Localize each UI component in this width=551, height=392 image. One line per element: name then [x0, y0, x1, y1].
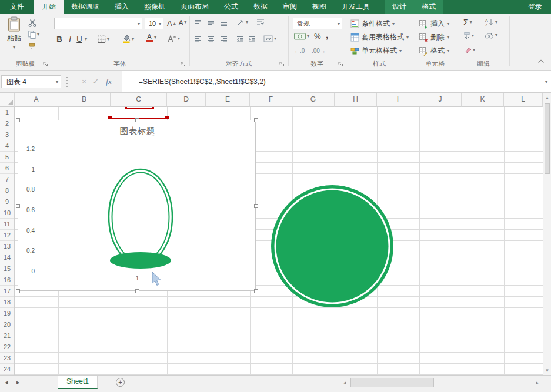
dropdown-icon[interactable]: ▾ [472, 33, 474, 38]
column-header-i[interactable]: I [377, 93, 419, 107]
scroll-up-button[interactable]: ▴ [543, 93, 551, 102]
row-header[interactable]: 8 [0, 185, 14, 196]
dropdown-icon[interactable]: ▾ [495, 20, 497, 25]
underline-button[interactable]: U ▾ [75, 35, 87, 43]
range-indicator-handle[interactable] [125, 107, 127, 109]
vertical-scrollbar[interactable]: ▴ ▾ [543, 93, 551, 375]
select-all-corner[interactable] [0, 93, 15, 107]
conditional-formatting-button[interactable]: 条件格式 ▾ [350, 19, 395, 29]
insert-cells-button[interactable]: 插入 ▾ [419, 19, 449, 29]
dropdown-icon[interactable]: ▾ [154, 35, 156, 40]
merge-center-button[interactable]: ▾ [263, 35, 276, 42]
scroll-down-button[interactable]: ▾ [543, 366, 551, 374]
column-header-d[interactable]: D [167, 93, 206, 107]
align-left-button[interactable] [194, 36, 202, 42]
row-header[interactable]: 19 [0, 308, 14, 319]
formula-input[interactable]: =SERIES(Sheet1!$C$2,,Sheet1!$C$3,2) [122, 71, 551, 92]
dialog-launcher-icon[interactable] [42, 61, 49, 68]
autosum-button[interactable]: Σ ▾ [463, 18, 472, 27]
tab-chart-design[interactable]: 设计 [385, 0, 414, 14]
tab-page-layout[interactable]: 页面布局 [173, 0, 216, 14]
row-header[interactable]: 24 [0, 364, 14, 375]
chart-resize-handle[interactable] [254, 204, 258, 208]
row-header[interactable]: 12 [0, 230, 14, 241]
font-size-combobox[interactable]: 10 ▾ [145, 18, 163, 29]
row-header[interactable]: 16 [0, 274, 14, 286]
decrease-font-size-button[interactable]: A ▾ [179, 19, 186, 26]
font-name-combobox[interactable]: ▾ [54, 18, 142, 29]
row-header[interactable]: 6 [0, 163, 14, 174]
cut-button[interactable] [28, 19, 36, 27]
align-top-button[interactable] [194, 19, 202, 26]
column-header-e[interactable]: E [206, 93, 250, 107]
add-sheet-button[interactable]: + [116, 378, 125, 387]
format-painter-button[interactable] [28, 43, 36, 51]
range-indicator-handle[interactable] [108, 116, 112, 119]
horizontal-scroll-thumb[interactable] [350, 378, 434, 387]
row-header[interactable]: 1 [0, 107, 14, 118]
chart-title[interactable]: 图表标题 [18, 126, 256, 137]
worksheet-area[interactable]: A B C D E F G H I J K L 1234567891011121… [0, 93, 551, 375]
row-header[interactable]: 4 [0, 140, 14, 152]
dialog-launcher-icon[interactable] [338, 61, 344, 68]
format-as-table-button[interactable]: 套用表格格式 ▾ [350, 32, 409, 42]
increase-indent-button[interactable] [248, 36, 256, 42]
tab-formulas[interactable]: 公式 [216, 0, 246, 14]
tab-view[interactable]: 视图 [305, 0, 334, 14]
dialog-launcher-icon[interactable] [279, 61, 285, 68]
row-header[interactable]: 10 [0, 207, 14, 219]
number-format-combobox[interactable]: 常规 ▾ [293, 18, 342, 29]
circle-fill[interactable] [271, 185, 393, 307]
chart-resize-handle[interactable] [135, 289, 139, 293]
sheet-tab-sheet1[interactable]: Sheet1 [58, 376, 98, 389]
formula-bar-expand-icon[interactable]: ▾ [545, 80, 547, 85]
column-header-b[interactable]: B [58, 93, 111, 107]
tab-review[interactable]: 审阅 [275, 0, 305, 14]
chart-resize-handle[interactable] [16, 118, 20, 122]
range-indicator-handle[interactable] [152, 107, 154, 109]
decrease-indent-button[interactable] [236, 36, 244, 42]
tab-chart-format[interactable]: 格式 [414, 0, 443, 14]
paste-button[interactable]: 粘贴 ▾ [3, 16, 25, 50]
column-header-a[interactable]: A [15, 93, 58, 107]
cell-styles-button[interactable]: 单元格样式 ▾ [350, 46, 402, 56]
dropdown-icon[interactable]: ▾ [473, 48, 475, 52]
oval-ring-outer-shape[interactable] [109, 169, 172, 264]
row-header[interactable]: 23 [0, 353, 14, 364]
row-header[interactable]: 11 [0, 219, 14, 230]
wrap-text-button[interactable] [256, 18, 265, 25]
sort-filter-button[interactable]: AZ ▾ [485, 18, 497, 26]
dropdown-icon[interactable]: ▾ [274, 36, 276, 41]
chart-object[interactable]: 图表标题 1.210.80.60.40.20 1 [18, 120, 256, 291]
sign-in-button[interactable]: 登录 [519, 0, 551, 14]
oval-filled-shape[interactable] [110, 252, 171, 269]
row-header[interactable]: 13 [0, 241, 14, 252]
column-header-c[interactable]: C [111, 93, 167, 107]
decrease-decimal-button[interactable]: .00→ [312, 48, 326, 54]
row-header[interactable]: 15 [0, 263, 14, 274]
hscroll-left-button[interactable]: ◂ [340, 378, 349, 387]
find-select-button[interactable]: ▾ [485, 32, 497, 39]
name-box-dropdown-icon[interactable]: ▾ [56, 80, 58, 85]
tab-developer[interactable]: 开发工具 [334, 0, 378, 14]
accounting-format-button[interactable]: ▾ [294, 33, 309, 40]
borders-button[interactable]: ▾ [98, 35, 109, 43]
chart-resize-handle[interactable] [254, 118, 258, 122]
tab-camera[interactable]: 照像机 [136, 0, 173, 14]
dropdown-icon[interactable]: ▾ [85, 37, 87, 42]
dropdown-icon[interactable]: ▾ [132, 37, 134, 42]
chart-resize-handle[interactable] [16, 289, 20, 293]
tab-data[interactable]: 数据 [246, 0, 275, 14]
increase-decimal-button[interactable]: ←.0 [294, 48, 305, 54]
chart-resize-handle[interactable] [16, 204, 20, 208]
oval-ring-inner-shape[interactable] [112, 173, 169, 262]
column-header-l[interactable]: L [504, 93, 543, 107]
dropdown-icon[interactable]: ▾ [178, 36, 180, 41]
align-center-button[interactable] [207, 36, 215, 42]
comma-style-button[interactable]: , [326, 30, 328, 40]
row-header[interactable]: 2 [0, 118, 14, 129]
orientation-button[interactable]: ▾ [236, 18, 248, 26]
dropdown-icon[interactable]: ▾ [159, 21, 161, 26]
row-header[interactable]: 5 [0, 152, 14, 163]
dropdown-icon[interactable]: ▾ [495, 33, 497, 38]
